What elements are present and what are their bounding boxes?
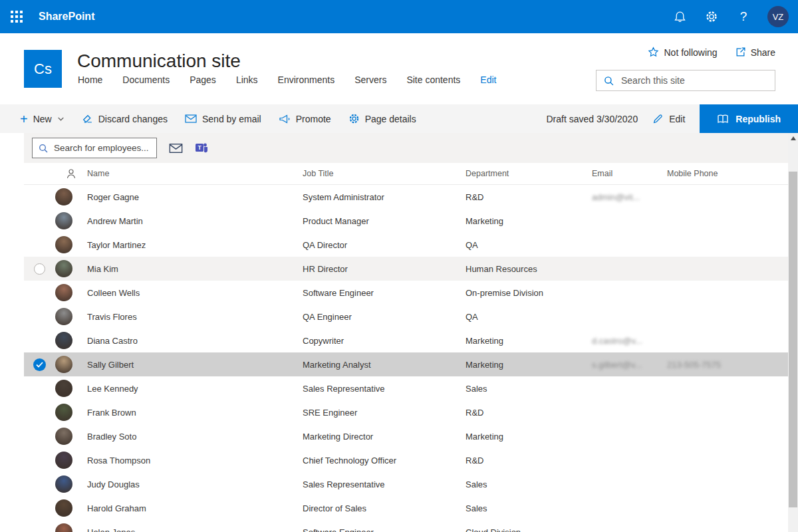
avatar (55, 523, 72, 532)
nav-item-documents[interactable]: Documents (122, 74, 170, 85)
avatar (55, 428, 72, 445)
table-row[interactable]: Harold Graham Director of Sales Sales (24, 496, 788, 520)
command-bar: + New Discard changes (0, 104, 798, 133)
site-header: Cs Communication site Home Documents Pag… (0, 33, 798, 104)
employee-job-title: Copywriter (303, 336, 344, 346)
employee-name: Taylor Martinez (87, 240, 146, 250)
employee-job-title: HR Director (303, 264, 348, 274)
table-row[interactable]: Frank Brown SRE Engineer R&D (24, 400, 788, 424)
site-nav: Home Documents Pages Links Environments … (78, 74, 496, 85)
table-row[interactable]: Lee Kennedy Sales Representative Sales (24, 376, 788, 400)
nav-item-pages[interactable]: Pages (190, 74, 216, 85)
search-icon (38, 143, 49, 154)
svg-text:T: T (198, 144, 201, 151)
table-row[interactable]: Taylor Martinez QA Director QA (24, 233, 788, 257)
employee-name: Sally Gilbert (87, 360, 134, 370)
column-header-job-title[interactable]: Job Title (303, 169, 334, 178)
nav-item-environments[interactable]: Environments (278, 74, 335, 85)
nav-item-home[interactable]: Home (78, 74, 102, 85)
site-title: Communication site (77, 51, 241, 72)
settings-gear-icon[interactable] (704, 9, 720, 25)
new-button[interactable]: + New (20, 112, 65, 126)
table-row[interactable]: Diana Castro Copywriter Marketing d.cast… (24, 329, 788, 352)
republish-button[interactable]: Republish (700, 104, 798, 133)
employee-name: Diana Castro (87, 336, 138, 346)
row-checkbox-checked[interactable] (33, 358, 46, 371)
table-row[interactable]: Helen Jones Software Engineer Cloud Divi… (24, 520, 788, 532)
discard-changes-button[interactable]: Discard changes (82, 113, 168, 124)
share-button[interactable]: Share (735, 47, 775, 58)
employee-name: Rosa Thompson (87, 456, 150, 466)
follow-button[interactable]: Not following (648, 47, 717, 58)
page-details-button[interactable]: Page details (348, 113, 416, 124)
employee-department: Sales (466, 384, 487, 394)
scrollbar-thumb[interactable] (789, 172, 797, 507)
employee-department: QA (466, 312, 478, 322)
discard-label: Discard changes (98, 114, 168, 124)
app-launcher-waffle-icon[interactable] (0, 0, 33, 33)
help-icon[interactable]: ? (735, 9, 751, 25)
table-row[interactable]: Judy Douglas Sales Representative Sales (24, 472, 788, 496)
column-header-email[interactable]: Email (592, 169, 612, 178)
employee-email: admin@vit... (592, 192, 640, 202)
employee-name: Frank Brown (87, 408, 136, 418)
table-row[interactable]: Colleen Wells Software Engineer On-premi… (24, 281, 788, 305)
table-row[interactable]: Bradley Soto Marketing Director Marketin… (24, 424, 788, 448)
promote-button[interactable]: Promote (279, 114, 331, 124)
nav-item-links[interactable]: Links (236, 74, 258, 85)
table-row[interactable]: Sally Gilbert Marketing Analyst Marketin… (24, 352, 788, 376)
employee-job-title: Product Manager (303, 216, 369, 226)
table-row[interactable]: Mia Kim HR Director Human Resources (24, 257, 788, 281)
employee-department: Sales (466, 479, 487, 489)
employee-department: QA (466, 240, 478, 250)
chevron-down-icon (57, 115, 65, 122)
draft-status: Draft saved 3/30/2020 (546, 114, 638, 124)
notifications-bell-icon[interactable] (672, 9, 688, 25)
nav-item-servers[interactable]: Servers (354, 74, 386, 85)
column-header-mobile-phone[interactable]: Mobile Phone (667, 169, 718, 178)
row-checkbox[interactable] (34, 263, 45, 275)
avatar (55, 260, 72, 277)
promote-label: Promote (296, 114, 331, 124)
mail-icon (185, 114, 197, 124)
employee-name: Travis Flores (87, 312, 137, 322)
suite-bar: SharePoint ? VZ (0, 0, 798, 33)
republish-label: Republish (735, 114, 781, 124)
discard-icon (82, 113, 93, 124)
employee-department: Marketing (466, 360, 503, 370)
site-search-box[interactable] (596, 70, 775, 91)
email-selected-icon[interactable] (169, 143, 183, 154)
plus-icon: + (20, 112, 28, 126)
employee-department: R&D (466, 456, 483, 466)
column-header-department[interactable]: Department (466, 169, 509, 178)
nav-item-site-contents[interactable]: Site contents (406, 74, 460, 85)
vertical-scrollbar[interactable] (788, 133, 798, 532)
avatar (55, 308, 72, 325)
employee-name: Harold Graham (87, 503, 146, 513)
nav-edit-link[interactable]: Edit (480, 74, 496, 85)
site-logo[interactable]: Cs (24, 50, 62, 88)
table-row[interactable]: Travis Flores QA Engineer QA (24, 305, 788, 329)
employee-name: Andrew Martin (87, 216, 143, 226)
employee-search-box[interactable] (32, 138, 157, 158)
employee-job-title: Chief Technology Officer (303, 456, 396, 466)
new-label: New (33, 114, 52, 124)
send-by-email-button[interactable]: Send by email (185, 114, 261, 124)
employee-job-title: Sales Representative (303, 384, 385, 394)
employee-department: Human Resources (466, 264, 537, 274)
pencil-icon (652, 113, 664, 124)
teams-icon[interactable]: T (195, 142, 208, 154)
scrollbar-up-arrow-icon[interactable] (788, 133, 798, 144)
column-header-name[interactable]: Name (87, 169, 109, 178)
table-row[interactable]: Rosa Thompson Chief Technology Officer R… (24, 448, 788, 472)
edit-button[interactable]: Edit (652, 113, 685, 124)
employee-search-input[interactable] (54, 143, 151, 153)
employee-name: Judy Douglas (87, 479, 140, 489)
account-avatar[interactable]: VZ (767, 6, 789, 27)
star-icon (648, 47, 659, 58)
avatar (55, 188, 72, 205)
site-search-input[interactable] (621, 75, 768, 86)
employee-name: Colleen Wells (87, 288, 140, 298)
table-row[interactable]: Andrew Martin Product Manager Marketing (24, 209, 788, 233)
table-row[interactable]: Roger Gagne System Administrator R&D adm… (24, 185, 788, 209)
